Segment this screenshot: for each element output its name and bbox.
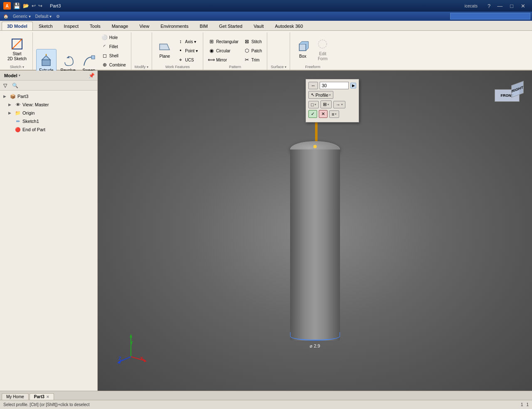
user-label: icecats [461,3,481,9]
viewcube: FRONT RIGHT [490,79,524,112]
mirror-button[interactable]: ⟺ Mirror [207,56,240,64]
tree-item-view-master[interactable]: ▶ 👁 View: Master [0,100,97,109]
close-btn[interactable]: ✕ [517,2,529,10]
plane-button[interactable]: Plane [155,35,174,64]
tab-manage[interactable]: Manage [106,22,134,30]
options-btn[interactable]: ≡ ▾ [329,110,339,118]
sketch1-icon: ✏ [15,118,21,125]
sidebar-pin-btn[interactable]: 📌 [89,73,95,78]
tab-3d-model[interactable]: 3D Model [2,22,33,30]
quick-access-bar: 🏠 Generic ▾ Default ▾ ⚙ [0,12,532,21]
combine-button[interactable]: ⊕ Combine [100,61,128,69]
model-dropdown[interactable]: Model ▾ [2,73,22,78]
rectangular-button[interactable]: ⊞ Rectangular [207,37,240,46]
ok-btn[interactable]: ✓ [308,110,317,118]
freeform-group-label: Freeform [305,64,320,70]
viewcube-right[interactable]: RIGHT [511,81,524,98]
ribbon-group-freeform: Box EditForm Freeform [290,32,335,70]
view-master-expand: ▶ [8,103,13,107]
origin-label: Origin [22,110,34,115]
tree-item-part3[interactable]: ▶ 📦 Part3 [0,92,97,100]
tab-part3[interactable]: Part3 ✕ [30,393,54,400]
tab-view[interactable]: View [134,22,155,30]
search-tree-btn[interactable]: 🔍 [10,82,20,89]
edit-form-button[interactable]: EditForm [313,35,332,64]
quick-save[interactable]: 💾 [13,2,20,9]
tab-bim[interactable]: BIM [194,22,213,30]
status-message: Select profile. [Ctrl] (or [Shift])+clic… [3,402,90,407]
settings-btn[interactable]: ⚙ [54,13,62,20]
svg-marker-8 [160,44,170,50]
tab-sketch[interactable]: Sketch [33,22,58,30]
box-icon [296,40,309,53]
profile-btn[interactable]: ↖ Profile ▾ [308,91,333,99]
tab-inspect[interactable]: Inspect [59,22,84,30]
part3-icon: 📦 [10,93,16,100]
direction-mode-btn[interactable]: → ▾ [333,101,345,108]
box-button[interactable]: Box [293,35,312,64]
tab-environments[interactable]: Environments [155,22,194,30]
part3-tab-close[interactable]: ✕ [46,395,49,399]
edit-form-icon [316,37,329,51]
tree-item-origin[interactable]: ▶ 📁 Origin [0,109,97,117]
default-dropdown[interactable]: Default ▾ [34,13,53,20]
profile-dropdown-arrow[interactable]: ▾ [329,93,331,97]
sketch-btn-label: Start2D Sketch [7,51,27,61]
modify-group-expand[interactable]: ▾ [147,65,148,69]
tree-item-sketch1[interactable]: ✏ Sketch1 [0,117,97,125]
box-btn-label: Box [299,54,306,59]
minimize-btn[interactable]: — [494,2,506,10]
shell-button[interactable]: ◻ Shell [100,51,128,60]
cylinder-body [290,149,340,340]
point-button[interactable]: • Point ▾ [175,47,200,55]
start-2d-sketch-button[interactable]: Start2D Sketch [5,35,29,64]
quick-redo[interactable]: ↪ [38,3,42,9]
tab-vault[interactable]: Vault [248,22,269,30]
axis-button[interactable]: ↕ Axis ▾ [175,37,200,46]
quick-undo[interactable]: ↩ [32,3,36,9]
pattern-col1: ⊞ Rectangular ◉ Circular ⟺ Mirror [207,37,240,64]
pattern-col2: ⊠ Stitch ⬡ Patch ✂ Trim [242,37,264,64]
quick-open[interactable]: 📂 [23,3,29,9]
trim-button[interactable]: ✂ Trim [242,56,264,64]
output-mode-btn[interactable]: □ ▾ [308,101,319,108]
distance-arrow-btn[interactable]: ▶ [350,83,356,88]
svg-text:Z: Z [118,356,121,361]
tab-tools[interactable]: Tools [84,22,106,30]
tab-get-started[interactable]: Get Started [214,22,248,30]
distance-toggle-btn[interactable]: ↔ [308,82,318,89]
generic-dropdown[interactable]: Generic ▾ [11,13,32,20]
extrude-icon [39,54,53,67]
tab-my-home[interactable]: My Home [2,393,29,400]
tab-autodesk360[interactable]: Autodesk 360 [269,22,308,30]
distance-input[interactable] [320,82,349,89]
part3-tab-label: Part3 [34,394,44,399]
plane-icon [158,40,171,53]
cylinder-wrapper: ⌀ 2.9 [290,141,340,340]
fillet-button[interactable]: ◜ Fillet [100,42,128,51]
sketch-icon [10,37,24,51]
home-btn[interactable]: 🏠 [2,13,10,20]
help-btn[interactable]: ? [485,2,493,10]
maximize-btn[interactable]: □ [507,2,517,10]
search-input[interactable] [450,13,530,20]
viewport[interactable]: ↔ ▶ ↖ Profile ▾ □ ▾ ⊞ ▾ → ▾ ✓ ✕ [98,71,532,391]
page-number-left: 1 [521,402,523,407]
stitch-button[interactable]: ⊠ Stitch [242,37,264,46]
patch-button[interactable]: ⬡ Patch [242,47,264,55]
filter-btn[interactable]: ▽ [2,82,9,89]
ribbon: Start2D Sketch Sketch ▾ Extrude [0,31,532,71]
ucs-button[interactable]: ⌖ UCS [175,56,200,64]
sketch-group-expand[interactable]: ▾ [22,65,24,69]
title-bar-left: A 💾 📂 ↩ ↪ Part3 [3,2,61,10]
circular-button[interactable]: ◉ Circular [207,47,240,55]
cancel-btn[interactable]: ✕ [319,110,328,118]
end-of-part-icon: 🔴 [15,126,21,133]
freeform-items: Box EditForm [293,33,332,64]
tree-item-end-of-part[interactable]: 🔴 End of Part [0,125,97,134]
app-icon: A [3,2,11,10]
hole-button[interactable]: ⚪ Hole [100,33,128,42]
operation-mode-btn[interactable]: ⊞ ▾ [320,100,332,108]
ribbon-group-pattern: ⊞ Rectangular ◉ Circular ⟺ Mirror ⊠ Stit… [203,32,268,70]
surface-expand[interactable]: ▾ [285,65,286,69]
